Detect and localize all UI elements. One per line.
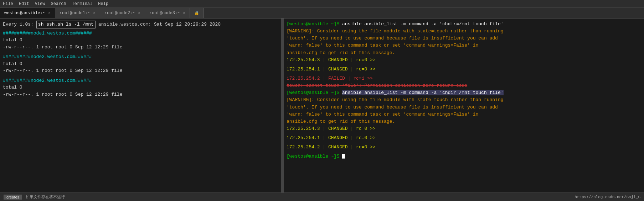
node1-section: ##########node1.westos.com###### total 0… (3, 30, 278, 51)
block-failed-detail: touch: cannot touch 'file': Permission d… (287, 82, 641, 89)
status-bar: creates 如果文件存在将不运行 https://blog.csdn.net… (0, 192, 644, 201)
menu-search[interactable]: Search (51, 1, 66, 6)
block-failed-1: 172.25.254.2 | FAILED | rc=1 >> (287, 75, 641, 82)
status-url: https://blog.csdn.net/Snji_G (575, 195, 640, 199)
cmd-2-highlighted: ansible ansible_list -m command -a 'chdi… (342, 90, 503, 95)
tab-ansible[interactable]: westos@ansible:~ × (0, 8, 55, 18)
watch-label: Every 1.0s: (3, 21, 34, 28)
warning-1-line-2: 'warn: false' to this command task or se… (287, 42, 641, 49)
block-prompt-cmd-1: [westos@ansible ~]$ ansible ansible_list… (287, 21, 641, 28)
menu-edit[interactable]: Edit (19, 1, 29, 6)
tab-lock[interactable]: 🔒 (190, 8, 204, 18)
prompt-1: [westos@ansible ~]$ (287, 21, 342, 27)
node1-total: total 0 (3, 37, 278, 44)
menu-bar: File Edit View Search Terminal Help (0, 0, 644, 8)
warning-1-line-3: ansible.cfg to get rid of this message. (287, 49, 641, 57)
node2-file: -rw-r--r--. 1 root root 0 Sep 12 12:29 f… (3, 67, 278, 74)
warning-2-line-0: [WARNING]: Consider using the file modul… (287, 96, 641, 104)
tab-node2-close[interactable]: × (138, 11, 140, 15)
warning-2-line-2: 'warn: false' to this command task or se… (287, 111, 641, 118)
cursor-block: █ (342, 154, 345, 159)
warning-1-line-0: [WARNING]: Consider using the file modul… (287, 28, 641, 35)
tab-ansible-close[interactable]: × (48, 11, 51, 15)
node2b-total: total 0 (3, 84, 278, 91)
node2-header: ##########node2.westos.com###### (3, 53, 278, 60)
tab-node2-label: root@node2:~ (104, 11, 135, 16)
right-terminal-panel[interactable]: [westos@ansible ~]$ ansible ansible_list… (284, 18, 644, 192)
warning-2-line-1: 'touch'. If you need to use command beca… (287, 104, 641, 111)
failed-detail-text: touch: cannot touch 'file': Permission d… (287, 83, 467, 88)
watch-bar: Every 1.0s: sh ssh.sh ls -l /mnt ansible… (3, 21, 278, 28)
block-prompt-cmd-2: [westos@ansible ~]$ ansible ansible_list… (287, 89, 641, 96)
node2b-section: ##########node2.westos.com###### total 0… (3, 77, 278, 98)
block-warning-2: [WARNING]: Consider using the file modul… (287, 96, 641, 125)
menu-view[interactable]: View (35, 1, 45, 6)
block-changed-3: 172.25.254.3 | CHANGED | rc=0 >> (287, 125, 641, 132)
block-warning-1: [WARNING]: Consider using the file modul… (287, 28, 641, 57)
tab-node3[interactable]: root@node3:~ × (145, 8, 190, 18)
menu-terminal[interactable]: Terminal (72, 1, 93, 6)
tab-node3-label: root@node3:~ (149, 11, 180, 16)
tab-node1-close[interactable]: × (93, 11, 96, 15)
tab-bar: westos@ansible:~ × root@node1:~ × root@n… (0, 8, 644, 18)
node1-header: ##########node1.westos.com###### (3, 30, 278, 37)
tab-node3-close[interactable]: × (183, 11, 185, 15)
prompt-2: [westos@ansible ~]$ (287, 90, 342, 95)
node2-section: ##########node2.westos.com###### total 0… (3, 53, 278, 74)
warning-1-line-1: 'touch'. If you need to use command beca… (287, 35, 641, 42)
menu-help[interactable]: Help (98, 1, 108, 6)
lock-icon: 🔒 (194, 11, 199, 15)
node1-file: -rw-r--r--. 1 root root 0 Sep 12 12:29 f… (3, 44, 278, 51)
status-left: creates 如果文件存在将不运行 (4, 194, 65, 200)
node2-total: total 0 (3, 60, 278, 68)
menu-file[interactable]: File (3, 1, 13, 6)
prompt-final: [westos@ansible ~]$ (287, 154, 342, 159)
block-changed-5: 172.25.254.2 | CHANGED | rc=0 >> (287, 144, 641, 151)
tab-node2[interactable]: root@node2:~ × (100, 8, 145, 18)
watch-host: ansible.westos.com: Sat Sep 12 20:29:29 … (98, 21, 221, 28)
creates-button[interactable]: creates (4, 195, 22, 200)
tab-node1[interactable]: root@node1:~ × (55, 8, 100, 18)
block-changed-2: 172.25.254.1 | CHANGED | rc=0 >> (287, 66, 641, 73)
block-changed-4: 172.25.254.1 | CHANGED | rc=0 >> (287, 134, 641, 142)
block-final-prompt: [westos@ansible ~]$ █ (287, 153, 641, 160)
watch-command: sh ssh.sh ls -l /mnt (36, 21, 96, 28)
block-changed-1: 172.25.254.3 | CHANGED | rc=0 >> (287, 57, 641, 64)
node2b-header: ##########node2.westos.com###### (3, 77, 278, 84)
warning-2-line-3: ansible.cfg to get rid of this message. (287, 118, 641, 125)
cmd-1: ansible ansible_list -m command -a 'chdi… (342, 21, 503, 27)
left-terminal-panel[interactable]: Every 1.0s: sh ssh.sh ls -l /mnt ansible… (0, 18, 282, 192)
tab-ansible-label: westos@ansible:~ (4, 11, 45, 16)
main-content: Every 1.0s: sh ssh.sh ls -l /mnt ansible… (0, 18, 644, 192)
tab-node1-label: root@node1:~ (60, 11, 90, 16)
node2b-file: -rw-r--r--. 1 root root 0 Sep 12 12:29 f… (3, 91, 278, 98)
status-text-1: 如果文件存在将不运行 (26, 194, 65, 200)
